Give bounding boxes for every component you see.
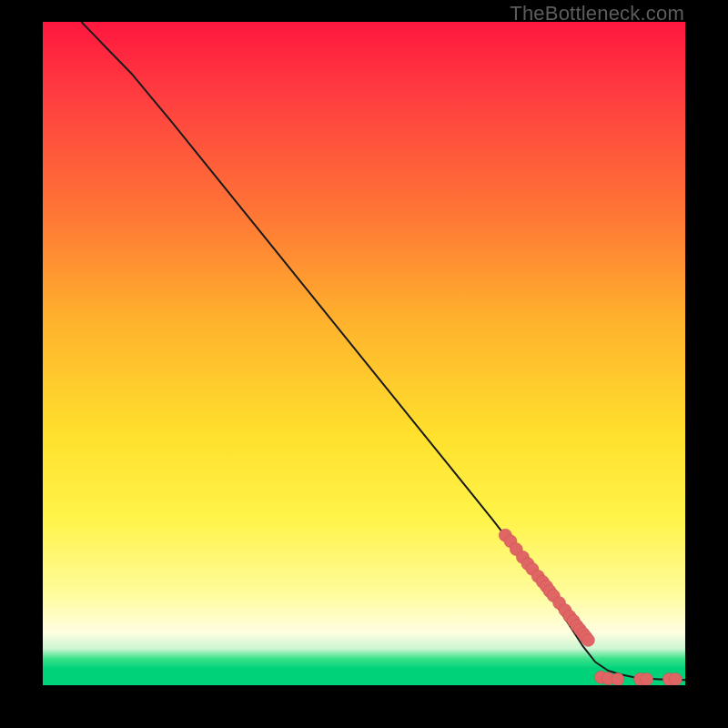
scatter-group xyxy=(499,529,682,685)
chart-svg xyxy=(43,22,685,685)
data-point xyxy=(612,672,624,685)
data-point xyxy=(581,633,594,646)
data-point xyxy=(669,672,682,685)
plot-area xyxy=(43,22,685,685)
curve-line xyxy=(81,22,685,680)
data-point xyxy=(641,672,653,685)
chart-root: TheBottleneck.com xyxy=(0,0,728,728)
